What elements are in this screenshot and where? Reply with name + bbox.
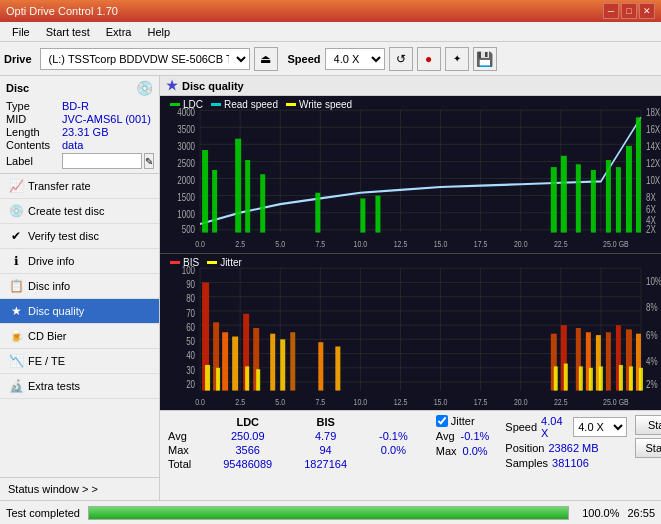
- speed-stat-label: Speed: [505, 421, 537, 433]
- progress-bar-fill: [89, 507, 568, 519]
- avg-bis: 4.79: [288, 429, 363, 443]
- sidebar-item-disc-info[interactable]: 📋 Disc info: [0, 274, 159, 299]
- write-speed-color-dot: [286, 103, 296, 106]
- sidebar-item-drive-info[interactable]: ℹ Drive info: [0, 249, 159, 274]
- svg-text:12X: 12X: [646, 157, 661, 170]
- svg-text:5.0: 5.0: [275, 238, 285, 250]
- length-label: Length: [6, 126, 62, 138]
- legend-read-speed: Read speed: [211, 99, 278, 110]
- menu-help[interactable]: Help: [139, 24, 178, 40]
- sidebar-item-cd-bier[interactable]: 🍺 CD Bier: [0, 324, 159, 349]
- stats-row-max: Max 3566 94 0.0%: [168, 443, 424, 457]
- sidebar-item-fe-te[interactable]: 📉 FE / TE: [0, 349, 159, 374]
- drive-selector[interactable]: (L:) TSSTcorp BDDVDW SE-506CB TS02: [40, 48, 250, 70]
- svg-text:1500: 1500: [177, 191, 195, 204]
- erase-button[interactable]: ✦: [445, 47, 469, 71]
- svg-rect-25: [315, 193, 320, 233]
- stats-row-avg: Avg 250.09 4.79 -0.1%: [168, 429, 424, 443]
- jitter-avg-row: Avg -0.1%: [436, 430, 490, 442]
- sidebar-item-disc-quality[interactable]: ★ Disc quality: [0, 299, 159, 324]
- fe-te-icon: 📉: [8, 354, 24, 368]
- svg-rect-110: [564, 363, 568, 390]
- jitter-avg-value: -0.1%: [461, 430, 490, 442]
- refresh-button[interactable]: ↺: [389, 47, 413, 71]
- svg-text:15.0: 15.0: [434, 395, 448, 407]
- sidebar-item-create-test-disc[interactable]: 💿 Create test disc: [0, 199, 159, 224]
- disc-quality-header-icon: ★: [166, 78, 178, 93]
- contents-label: Contents: [6, 139, 62, 151]
- speed-selector[interactable]: 4.0 X: [325, 48, 385, 70]
- jitter-color-dot: [207, 261, 217, 264]
- action-buttons: Start full Start part: [635, 415, 661, 458]
- sidebar-item-verify-test-disc[interactable]: ✔ Verify test disc: [0, 224, 159, 249]
- save-button[interactable]: 💾: [473, 47, 497, 71]
- svg-rect-94: [318, 342, 323, 390]
- minimize-button[interactable]: ─: [603, 3, 619, 19]
- menu-start-test[interactable]: Start test: [38, 24, 98, 40]
- svg-text:20.0: 20.0: [514, 238, 528, 250]
- label-edit-button[interactable]: ✎: [144, 153, 154, 169]
- svg-text:14X: 14X: [646, 140, 661, 153]
- mid-label: MID: [6, 113, 62, 125]
- svg-text:20.0: 20.0: [514, 395, 528, 407]
- menu-file[interactable]: File: [4, 24, 38, 40]
- svg-text:6%: 6%: [646, 328, 658, 341]
- jitter-avg-label: Avg: [436, 430, 455, 442]
- start-full-button[interactable]: Start full: [635, 415, 661, 435]
- status-window-button[interactable]: Status window > >: [0, 477, 159, 500]
- svg-rect-106: [216, 367, 220, 390]
- burn-button[interactable]: ●: [417, 47, 441, 71]
- start-part-button[interactable]: Start part: [635, 438, 661, 458]
- disc-section-title: Disc: [6, 82, 29, 94]
- svg-rect-33: [616, 167, 621, 232]
- svg-text:0.0: 0.0: [195, 238, 205, 250]
- svg-rect-91: [270, 333, 275, 390]
- svg-text:70: 70: [186, 306, 195, 319]
- jitter-checkbox-label: Jitter: [451, 415, 475, 427]
- extra-tests-icon: 🔬: [8, 379, 24, 393]
- label-input[interactable]: [62, 153, 142, 169]
- close-button[interactable]: ✕: [639, 3, 655, 19]
- nav-items: 📈 Transfer rate 💿 Create test disc ✔ Ver…: [0, 174, 159, 477]
- legend-write-speed: Write speed: [286, 99, 352, 110]
- elapsed-time: 26:55: [627, 507, 655, 519]
- ldc-color-dot: [170, 103, 180, 106]
- jitter-checkbox[interactable]: [436, 415, 448, 427]
- position-row: Position 23862 MB: [505, 442, 626, 454]
- legend-jitter-label: Jitter: [220, 257, 242, 268]
- progress-percent: 100.0%: [581, 507, 619, 519]
- bottom-chart-svg: 100 90 80 70 60 50 40 30 20 10% 8% 6% 4%…: [160, 254, 661, 411]
- sidebar-item-transfer-rate[interactable]: 📈 Transfer rate: [0, 174, 159, 199]
- svg-rect-115: [629, 366, 633, 390]
- total-jitter: [363, 457, 424, 471]
- read-speed-color-dot: [211, 103, 221, 106]
- status-text: Test completed: [6, 507, 80, 519]
- top-chart-svg: 4000 3500 3000 2500 2000 1500 1000 500 1…: [160, 96, 661, 253]
- samples-value: 381106: [552, 457, 589, 469]
- disc-quality-header: ★ Disc quality: [160, 76, 661, 96]
- speed-position-section: Speed 4.04 X 4.0 X Position 23862 MB Sam…: [505, 415, 626, 469]
- svg-text:2.5: 2.5: [235, 395, 245, 407]
- svg-text:8%: 8%: [646, 300, 658, 313]
- main-layout: Disc 💿 Type BD-R MID JVC-AMS6L (001) Len…: [0, 76, 661, 500]
- disc-info-icon: 📋: [8, 279, 24, 293]
- disc-quality-icon: ★: [8, 304, 24, 318]
- svg-text:3000: 3000: [177, 140, 195, 153]
- svg-rect-114: [619, 364, 623, 390]
- toolbar: Drive (L:) TSSTcorp BDDVDW SE-506CB TS02…: [0, 42, 661, 76]
- menu-extra[interactable]: Extra: [98, 24, 140, 40]
- type-value: BD-R: [62, 100, 89, 112]
- total-label: Total: [168, 457, 207, 471]
- eject-button[interactable]: ⏏: [254, 47, 278, 71]
- fe-te-label: FE / TE: [28, 355, 65, 367]
- disc-info-label: Disc info: [28, 280, 70, 292]
- sidebar-item-extra-tests[interactable]: 🔬 Extra tests: [0, 374, 159, 399]
- maximize-button[interactable]: □: [621, 3, 637, 19]
- title-bar: Opti Drive Control 1.70 ─ □ ✕: [0, 0, 661, 22]
- svg-text:50: 50: [186, 334, 195, 347]
- svg-text:3500: 3500: [177, 123, 195, 136]
- speed-dropdown[interactable]: 4.0 X: [573, 417, 626, 437]
- legend-bis: BIS: [170, 257, 199, 268]
- svg-rect-108: [256, 369, 260, 390]
- svg-text:17.5: 17.5: [474, 395, 488, 407]
